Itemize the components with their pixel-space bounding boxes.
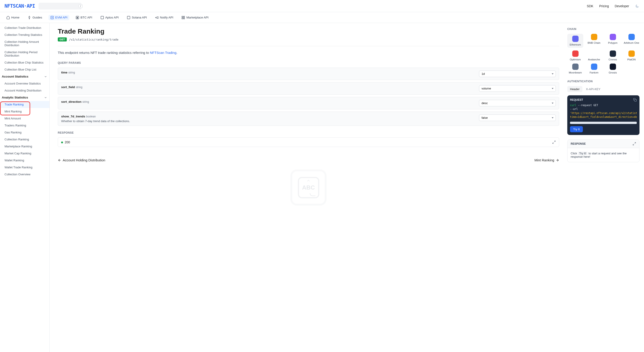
chain-item-avalanche[interactable]: Avalanche	[586, 50, 602, 61]
sidebar-item[interactable]: Traders Ranking	[0, 122, 50, 129]
chain-item-arbitrum-one[interactable]: Arbitrum One	[624, 34, 640, 48]
svg-rect-10	[184, 16, 184, 17]
chain-item-gnosis[interactable]: Gnosis	[605, 64, 621, 74]
scrollbar[interactable]	[570, 122, 637, 124]
sidebar-item[interactable]: Mint Ranking	[0, 108, 50, 115]
tab-solana[interactable]: Solana API	[125, 15, 149, 20]
description: This endpoint returns NFT trade ranking …	[58, 51, 559, 54]
chain-icon	[572, 64, 578, 70]
response-row[interactable]: 200	[58, 138, 559, 147]
chain-item-ethereum[interactable]: Ethereum	[567, 34, 583, 48]
search-shortcut: /	[79, 4, 82, 8]
nav-tabs: Home Guides EVM API BBTC API Aptos API S…	[0, 12, 644, 23]
sidebar-item[interactable]: Collection Ranking	[0, 136, 50, 143]
sidebar-item[interactable]: Marketplace Ranking	[0, 143, 50, 150]
arrow-left-icon	[58, 159, 62, 162]
chain-name: Arbitrum One	[624, 41, 639, 44]
chain-icon	[610, 34, 616, 40]
request-title: REQUEST	[570, 98, 583, 101]
request-box: REQUEST curl --request GET --url 'https:…	[567, 95, 640, 135]
sidebar-group-analytic[interactable]: Analytic Statistics	[0, 94, 50, 101]
svg-rect-12	[184, 18, 184, 19]
search-input[interactable]: /	[38, 3, 82, 9]
sidebar-item[interactable]: Market Cap Ranking	[0, 150, 50, 157]
auth-tab-xapikey[interactable]: X-API-KEY	[583, 86, 603, 92]
chain-item-bnb-chain[interactable]: BNB Chain	[586, 34, 602, 48]
next-page-link[interactable]: Mint Ranking	[534, 158, 559, 162]
svg-line-18	[634, 142, 636, 144]
prev-page-link[interactable]: Account Holding Distribution	[58, 158, 105, 162]
sidebar-item[interactable]: Mint Amount	[0, 115, 50, 122]
sidebar-item[interactable]: Collection Holding Amount Distribution	[0, 38, 50, 49]
sidebar-item[interactable]: Wallet Trade Ranking	[0, 164, 50, 171]
page-title: Trade Ranking	[58, 27, 559, 35]
chain-item-cronos[interactable]: Cronos	[605, 50, 621, 61]
aptos-icon	[100, 16, 104, 19]
chain-icon	[610, 50, 616, 57]
sidebar-item[interactable]: Collection Holding Period Distribution	[0, 49, 50, 59]
svg-line-19	[633, 144, 634, 145]
param-row-sortdir: sort_directionstring desc	[58, 97, 559, 109]
svg-text:B: B	[77, 17, 78, 19]
sidebar-item[interactable]: Wallet Ranking	[0, 157, 50, 164]
sidebar-item[interactable]: Collection Blue Chip List	[0, 66, 50, 73]
desc-link[interactable]: NFTScan Trading	[150, 51, 176, 54]
param-select-sortfield[interactable]: volume	[479, 85, 556, 92]
tab-btc[interactable]: BBTC API	[74, 15, 94, 20]
chain-name: PlatON	[627, 58, 636, 61]
expand-icon[interactable]	[552, 140, 556, 144]
nav-pricing[interactable]: Pricing	[599, 4, 609, 8]
tab-evm[interactable]: EVM API	[48, 15, 69, 20]
expand-icon[interactable]	[632, 142, 636, 146]
param-select-sortdir[interactable]: desc	[479, 100, 556, 106]
main-content: Trade Ranking GET /v2/statistics/ranking…	[50, 23, 567, 352]
auth-tab-header[interactable]: Header	[567, 86, 582, 92]
tab-marketplace[interactable]: Marketplace API	[180, 15, 210, 20]
svg-rect-8	[127, 16, 130, 19]
response-panel-title: RESPONSE	[571, 142, 586, 145]
tab-home[interactable]: Home	[4, 15, 21, 20]
sidebar-item[interactable]: Account Holding Distribution	[0, 87, 50, 94]
chain-item-platon[interactable]: PlatON	[624, 50, 640, 61]
dark-mode-icon[interactable]	[635, 4, 640, 8]
svg-rect-11	[182, 18, 183, 19]
try-it-inline[interactable]: Try It!	[578, 152, 588, 155]
tab-notify[interactable]: Notify API	[153, 15, 175, 20]
chain-icon	[628, 50, 635, 57]
param-select-time[interactable]: 1d	[479, 71, 556, 77]
sidebar-item-trade-ranking[interactable]: Trade Ranking	[0, 101, 50, 108]
plus-square-icon	[50, 16, 54, 19]
copy-icon[interactable]	[633, 98, 637, 102]
nav-developer[interactable]: Developer	[615, 4, 629, 8]
arrow-right-icon	[556, 159, 559, 162]
sidebar-item[interactable]: Collection Blue Chip Statistics	[0, 59, 50, 66]
sidebar-item[interactable]: Collection Overview	[0, 171, 50, 178]
response-body: Click Try It! to start a request and see…	[568, 148, 639, 162]
sidebar-item[interactable]: Collection Trade Distribution	[0, 24, 50, 31]
tab-guides[interactable]: Guides	[26, 15, 44, 20]
tab-aptos[interactable]: Aptos API	[98, 15, 120, 20]
chain-item-fantom[interactable]: Fantom	[586, 64, 602, 74]
chain-item-optimism[interactable]: Optimism	[567, 50, 583, 61]
svg-rect-17	[634, 99, 636, 101]
sidebar-item[interactable]: Gas Ranking	[0, 129, 50, 136]
sidebar-item[interactable]: Account Overview Statistics	[0, 80, 50, 87]
chain-name: Ethereum	[570, 43, 581, 46]
sidebar-group-account[interactable]: Account Statistics	[0, 73, 50, 80]
chain-name: Fantom	[590, 71, 598, 74]
sidebar-item[interactable]: Collection Trending Statistics	[0, 31, 50, 38]
param-select-trends[interactable]: false	[479, 115, 556, 121]
response-panel: RESPONSE Click Try It! to start a reques…	[567, 140, 640, 162]
try-it-button[interactable]: Try It	[570, 126, 583, 132]
chain-item-moonbeam[interactable]: Moonbeam	[567, 64, 583, 74]
watermark: ABC	[290, 170, 326, 205]
chain-item-polygon[interactable]: Polygon	[605, 34, 621, 48]
chain-icon	[610, 64, 616, 70]
status-dot	[61, 142, 63, 143]
chain-icon	[591, 34, 597, 40]
logo[interactable]: NFTSCAN·API	[4, 3, 35, 9]
chain-icon	[591, 64, 597, 70]
nav-sdk[interactable]: SDK	[587, 4, 594, 8]
btc-icon: B	[76, 16, 79, 19]
search-field[interactable]	[41, 4, 79, 8]
